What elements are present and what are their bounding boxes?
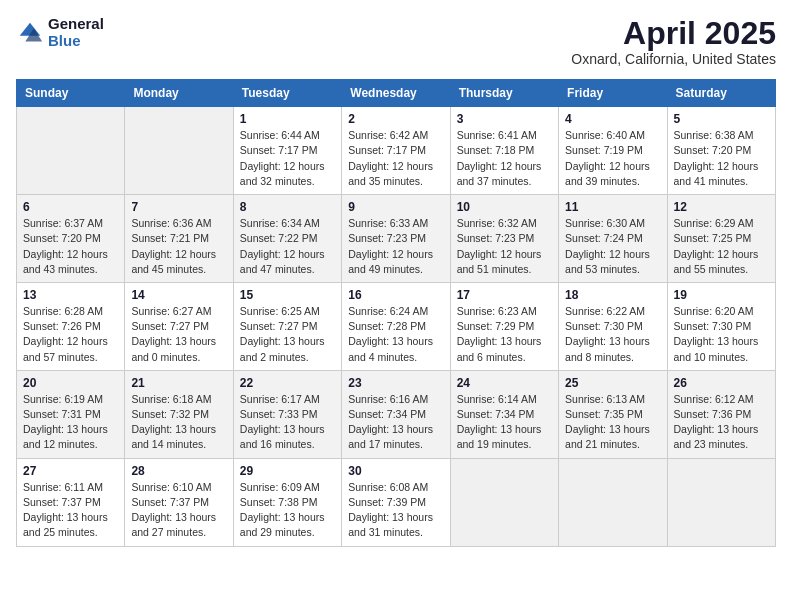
calendar-day-cell: 4Sunrise: 6:40 AMSunset: 7:19 PMDaylight… xyxy=(559,107,667,195)
weekday-header-friday: Friday xyxy=(559,80,667,107)
weekday-header-monday: Monday xyxy=(125,80,233,107)
day-number: 9 xyxy=(348,200,443,214)
day-number: 22 xyxy=(240,376,335,390)
calendar-day-cell: 3Sunrise: 6:41 AMSunset: 7:18 PMDaylight… xyxy=(450,107,558,195)
day-info: Sunrise: 6:37 AMSunset: 7:20 PMDaylight:… xyxy=(23,216,118,277)
day-info: Sunrise: 6:41 AMSunset: 7:18 PMDaylight:… xyxy=(457,128,552,189)
calendar-day-cell: 23Sunrise: 6:16 AMSunset: 7:34 PMDayligh… xyxy=(342,370,450,458)
day-number: 18 xyxy=(565,288,660,302)
calendar-day-cell xyxy=(559,458,667,546)
day-number: 19 xyxy=(674,288,769,302)
calendar-week-row: 13Sunrise: 6:28 AMSunset: 7:26 PMDayligh… xyxy=(17,282,776,370)
calendar-day-cell: 22Sunrise: 6:17 AMSunset: 7:33 PMDayligh… xyxy=(233,370,341,458)
calendar-day-cell: 6Sunrise: 6:37 AMSunset: 7:20 PMDaylight… xyxy=(17,195,125,283)
day-number: 29 xyxy=(240,464,335,478)
day-info: Sunrise: 6:16 AMSunset: 7:34 PMDaylight:… xyxy=(348,392,443,453)
day-info: Sunrise: 6:40 AMSunset: 7:19 PMDaylight:… xyxy=(565,128,660,189)
day-info: Sunrise: 6:44 AMSunset: 7:17 PMDaylight:… xyxy=(240,128,335,189)
calendar-day-cell: 12Sunrise: 6:29 AMSunset: 7:25 PMDayligh… xyxy=(667,195,775,283)
day-number: 25 xyxy=(565,376,660,390)
day-info: Sunrise: 6:34 AMSunset: 7:22 PMDaylight:… xyxy=(240,216,335,277)
calendar-day-cell: 21Sunrise: 6:18 AMSunset: 7:32 PMDayligh… xyxy=(125,370,233,458)
calendar-week-row: 6Sunrise: 6:37 AMSunset: 7:20 PMDaylight… xyxy=(17,195,776,283)
calendar-day-cell: 15Sunrise: 6:25 AMSunset: 7:27 PMDayligh… xyxy=(233,282,341,370)
calendar-day-cell: 11Sunrise: 6:30 AMSunset: 7:24 PMDayligh… xyxy=(559,195,667,283)
weekday-header-sunday: Sunday xyxy=(17,80,125,107)
day-info: Sunrise: 6:27 AMSunset: 7:27 PMDaylight:… xyxy=(131,304,226,365)
calendar-day-cell: 26Sunrise: 6:12 AMSunset: 7:36 PMDayligh… xyxy=(667,370,775,458)
day-number: 4 xyxy=(565,112,660,126)
title-block: April 2025 Oxnard, California, United St… xyxy=(571,16,776,67)
day-number: 13 xyxy=(23,288,118,302)
logo-icon xyxy=(16,19,44,47)
weekday-header-row: SundayMondayTuesdayWednesdayThursdayFrid… xyxy=(17,80,776,107)
calendar-day-cell: 17Sunrise: 6:23 AMSunset: 7:29 PMDayligh… xyxy=(450,282,558,370)
logo-general: General xyxy=(48,16,104,33)
calendar-day-cell: 8Sunrise: 6:34 AMSunset: 7:22 PMDaylight… xyxy=(233,195,341,283)
calendar-day-cell: 13Sunrise: 6:28 AMSunset: 7:26 PMDayligh… xyxy=(17,282,125,370)
day-number: 1 xyxy=(240,112,335,126)
day-info: Sunrise: 6:11 AMSunset: 7:37 PMDaylight:… xyxy=(23,480,118,541)
calendar-day-cell: 5Sunrise: 6:38 AMSunset: 7:20 PMDaylight… xyxy=(667,107,775,195)
day-info: Sunrise: 6:19 AMSunset: 7:31 PMDaylight:… xyxy=(23,392,118,453)
logo-text: General Blue xyxy=(48,16,104,49)
weekday-header-tuesday: Tuesday xyxy=(233,80,341,107)
calendar-day-cell: 7Sunrise: 6:36 AMSunset: 7:21 PMDaylight… xyxy=(125,195,233,283)
day-number: 16 xyxy=(348,288,443,302)
calendar-day-cell: 14Sunrise: 6:27 AMSunset: 7:27 PMDayligh… xyxy=(125,282,233,370)
logo: General Blue xyxy=(16,16,104,49)
calendar-day-cell: 16Sunrise: 6:24 AMSunset: 7:28 PMDayligh… xyxy=(342,282,450,370)
calendar-day-cell: 27Sunrise: 6:11 AMSunset: 7:37 PMDayligh… xyxy=(17,458,125,546)
day-number: 6 xyxy=(23,200,118,214)
day-info: Sunrise: 6:14 AMSunset: 7:34 PMDaylight:… xyxy=(457,392,552,453)
day-info: Sunrise: 6:25 AMSunset: 7:27 PMDaylight:… xyxy=(240,304,335,365)
calendar-table: SundayMondayTuesdayWednesdayThursdayFrid… xyxy=(16,79,776,546)
day-number: 8 xyxy=(240,200,335,214)
calendar-week-row: 1Sunrise: 6:44 AMSunset: 7:17 PMDaylight… xyxy=(17,107,776,195)
calendar-week-row: 20Sunrise: 6:19 AMSunset: 7:31 PMDayligh… xyxy=(17,370,776,458)
calendar-day-cell: 25Sunrise: 6:13 AMSunset: 7:35 PMDayligh… xyxy=(559,370,667,458)
calendar-day-cell: 18Sunrise: 6:22 AMSunset: 7:30 PMDayligh… xyxy=(559,282,667,370)
day-info: Sunrise: 6:09 AMSunset: 7:38 PMDaylight:… xyxy=(240,480,335,541)
calendar-day-cell: 20Sunrise: 6:19 AMSunset: 7:31 PMDayligh… xyxy=(17,370,125,458)
day-info: Sunrise: 6:08 AMSunset: 7:39 PMDaylight:… xyxy=(348,480,443,541)
day-info: Sunrise: 6:23 AMSunset: 7:29 PMDaylight:… xyxy=(457,304,552,365)
calendar-week-row: 27Sunrise: 6:11 AMSunset: 7:37 PMDayligh… xyxy=(17,458,776,546)
day-number: 26 xyxy=(674,376,769,390)
weekday-header-thursday: Thursday xyxy=(450,80,558,107)
day-number: 30 xyxy=(348,464,443,478)
calendar-day-cell: 9Sunrise: 6:33 AMSunset: 7:23 PMDaylight… xyxy=(342,195,450,283)
day-number: 7 xyxy=(131,200,226,214)
day-info: Sunrise: 6:30 AMSunset: 7:24 PMDaylight:… xyxy=(565,216,660,277)
weekday-header-saturday: Saturday xyxy=(667,80,775,107)
day-info: Sunrise: 6:42 AMSunset: 7:17 PMDaylight:… xyxy=(348,128,443,189)
day-number: 11 xyxy=(565,200,660,214)
day-number: 20 xyxy=(23,376,118,390)
day-info: Sunrise: 6:17 AMSunset: 7:33 PMDaylight:… xyxy=(240,392,335,453)
day-number: 21 xyxy=(131,376,226,390)
day-number: 24 xyxy=(457,376,552,390)
logo-blue: Blue xyxy=(48,33,104,50)
calendar-day-cell xyxy=(17,107,125,195)
day-info: Sunrise: 6:36 AMSunset: 7:21 PMDaylight:… xyxy=(131,216,226,277)
day-info: Sunrise: 6:12 AMSunset: 7:36 PMDaylight:… xyxy=(674,392,769,453)
day-info: Sunrise: 6:28 AMSunset: 7:26 PMDaylight:… xyxy=(23,304,118,365)
calendar-day-cell xyxy=(450,458,558,546)
day-info: Sunrise: 6:20 AMSunset: 7:30 PMDaylight:… xyxy=(674,304,769,365)
day-number: 3 xyxy=(457,112,552,126)
day-number: 28 xyxy=(131,464,226,478)
day-info: Sunrise: 6:32 AMSunset: 7:23 PMDaylight:… xyxy=(457,216,552,277)
day-number: 15 xyxy=(240,288,335,302)
weekday-header-wednesday: Wednesday xyxy=(342,80,450,107)
day-info: Sunrise: 6:10 AMSunset: 7:37 PMDaylight:… xyxy=(131,480,226,541)
calendar-day-cell: 1Sunrise: 6:44 AMSunset: 7:17 PMDaylight… xyxy=(233,107,341,195)
day-info: Sunrise: 6:13 AMSunset: 7:35 PMDaylight:… xyxy=(565,392,660,453)
day-info: Sunrise: 6:22 AMSunset: 7:30 PMDaylight:… xyxy=(565,304,660,365)
day-number: 14 xyxy=(131,288,226,302)
calendar-day-cell: 10Sunrise: 6:32 AMSunset: 7:23 PMDayligh… xyxy=(450,195,558,283)
day-number: 5 xyxy=(674,112,769,126)
day-number: 12 xyxy=(674,200,769,214)
calendar-day-cell: 24Sunrise: 6:14 AMSunset: 7:34 PMDayligh… xyxy=(450,370,558,458)
month-title: April 2025 xyxy=(571,16,776,51)
calendar-day-cell xyxy=(667,458,775,546)
